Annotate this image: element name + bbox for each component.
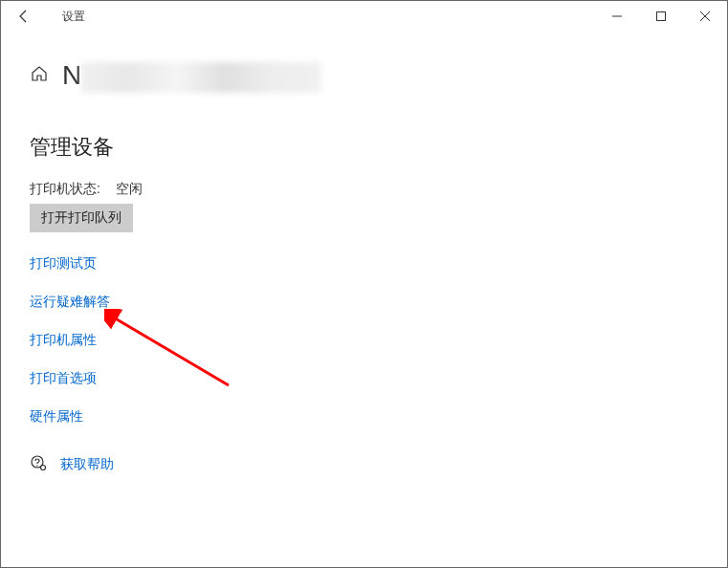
window-title: 设置 (62, 9, 85, 25)
status-value: 空闲 (116, 181, 143, 196)
print-test-page-link[interactable]: 打印测试页 (30, 255, 698, 273)
content-area: N 管理设备 打印机状态: 空闲 打开打印队列 打印测试页 运行疑难解答 打印机… (1, 32, 727, 494)
status-label: 打印机状态: (30, 181, 100, 196)
device-name-redacted (81, 62, 320, 93)
svg-rect-1 (657, 12, 666, 21)
minimize-button[interactable] (595, 1, 639, 32)
run-troubleshooter-link[interactable]: 运行疑难解答 (30, 294, 698, 311)
arrow-left-icon (16, 9, 32, 24)
maximize-button[interactable] (639, 1, 683, 32)
printer-status-row: 打印机状态: 空闲 (30, 181, 698, 198)
get-help-link[interactable]: 获取帮助 (60, 456, 114, 473)
section-heading: 管理设备 (30, 133, 698, 162)
help-icon (30, 454, 47, 475)
maximize-icon (656, 11, 666, 21)
svg-point-5 (36, 465, 37, 466)
titlebar: 设置 (1, 1, 727, 32)
svg-point-6 (41, 465, 46, 470)
hardware-properties-link[interactable]: 硬件属性 (30, 408, 698, 426)
back-button[interactable] (9, 1, 39, 32)
device-name: N (62, 60, 320, 93)
window-controls (595, 1, 727, 32)
printing-preferences-link[interactable]: 打印首选项 (30, 370, 698, 387)
page-header: N (30, 60, 698, 93)
close-button[interactable] (683, 1, 727, 32)
device-name-prefix: N (62, 60, 81, 90)
settings-window: 设置 N 管理设备 打印机状态: 空闲 打开打印队 (0, 0, 728, 568)
close-icon (700, 11, 710, 21)
help-row: 获取帮助 (30, 454, 698, 475)
link-list: 打印测试页 运行疑难解答 打印机属性 打印首选项 硬件属性 (30, 255, 698, 426)
open-print-queue-button[interactable]: 打开打印队列 (30, 204, 133, 232)
minimize-icon (612, 11, 622, 21)
home-icon[interactable] (30, 64, 49, 88)
printer-properties-link[interactable]: 打印机属性 (30, 332, 698, 349)
